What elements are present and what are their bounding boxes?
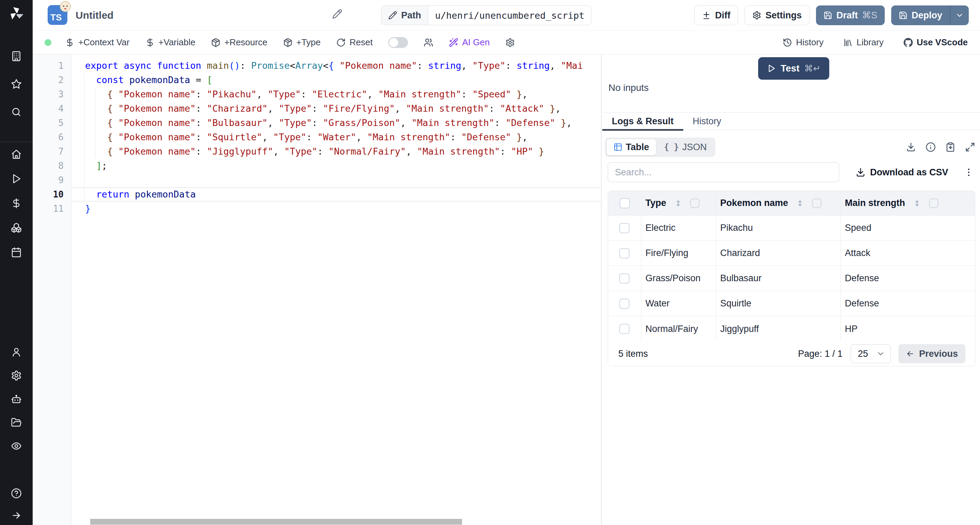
- page-size-select[interactable]: 25: [851, 344, 891, 363]
- column-header-pokemon-name[interactable]: Pokemon name: [716, 191, 840, 215]
- sort-icon[interactable]: [796, 199, 804, 207]
- sidebar-group-main: [0, 142, 33, 265]
- draft-label: Draft: [837, 10, 858, 21]
- previous-page-button[interactable]: Previous: [898, 344, 966, 363]
- add-resource-button[interactable]: +Resource: [211, 37, 267, 48]
- download-csv-button[interactable]: Download as CSV: [856, 167, 948, 178]
- copy-to-clipboard-icon[interactable]: [945, 142, 956, 152]
- row-checkbox[interactable]: [619, 324, 630, 334]
- code-line[interactable]: { "Pokemon name": "Squirtle", "Type": "W…: [85, 130, 601, 144]
- column-filter-chip[interactable]: [690, 198, 700, 208]
- code-line[interactable]: return pokemonData: [85, 187, 601, 201]
- library-button[interactable]: Library: [843, 37, 883, 48]
- horizontal-scrollbar[interactable]: [90, 519, 462, 525]
- sort-icon[interactable]: [913, 199, 921, 207]
- deploy-button[interactable]: Deploy: [891, 5, 950, 25]
- diff-label: Diff: [715, 10, 730, 21]
- draft-button[interactable]: Draft ⌘S: [816, 5, 885, 25]
- multiplayer-button[interactable]: [424, 38, 433, 47]
- toolbar-right: History Library Use VScode: [783, 37, 968, 48]
- json-view-button[interactable]: { } JSON: [657, 139, 714, 155]
- column-filter-chip[interactable]: [929, 198, 939, 208]
- cell-main-strength: Speed: [841, 223, 975, 233]
- tab-logs-result[interactable]: Logs & Result: [602, 113, 683, 130]
- code-line[interactable]: [85, 173, 601, 187]
- sidebar-item-play[interactable]: [0, 166, 33, 191]
- sidebar-item-bot[interactable]: [0, 387, 33, 411]
- table-row[interactable]: Normal/FairyJigglypuffHP: [608, 316, 975, 341]
- test-shortcut: ⌘↵: [804, 63, 821, 74]
- sidebar-item-folder[interactable]: [0, 411, 33, 434]
- row-checkbox[interactable]: [619, 248, 630, 259]
- sidebar-item-calendar[interactable]: [0, 240, 33, 265]
- editor-settings-button[interactable]: [505, 38, 515, 47]
- add-context-var-button[interactable]: +Context Var: [65, 37, 130, 48]
- sidebar-item-building[interactable]: [0, 42, 33, 70]
- edit-summary-pencil-icon[interactable]: [332, 9, 342, 19]
- row-checkbox[interactable]: [619, 223, 630, 233]
- chevron-down-icon: [876, 349, 885, 358]
- column-header-type[interactable]: Type: [641, 191, 716, 215]
- cell-type: Grass/Poison: [641, 266, 716, 291]
- sidebar-item-gear[interactable]: [0, 364, 33, 387]
- result-tabs: Logs & Result History: [602, 113, 980, 130]
- path-control[interactable]: Path u/henri/unencumbered_script: [381, 5, 592, 25]
- add-variable-button[interactable]: +Variable: [145, 37, 196, 48]
- reset-button[interactable]: Reset: [336, 37, 372, 48]
- history-button[interactable]: History: [783, 37, 824, 48]
- sidebar-item-help[interactable]: [0, 482, 33, 504]
- info-icon[interactable]: [926, 142, 936, 152]
- code-line[interactable]: { "Pokemon name": "Charizard", "Type": "…: [85, 101, 601, 116]
- use-vscode-button[interactable]: Use VScode: [904, 37, 968, 48]
- code-line[interactable]: { "Pokemon name": "Bulbasaur", "Type": "…: [85, 116, 601, 130]
- table-view-button[interactable]: Table: [607, 139, 656, 155]
- settings-button[interactable]: Settings: [745, 5, 810, 25]
- deploy-dropdown-button[interactable]: [950, 5, 969, 25]
- windmill-logo[interactable]: [8, 5, 24, 22]
- collab-toggle[interactable]: [388, 37, 408, 48]
- path-value: u/henri/unencumbered_script: [428, 6, 592, 25]
- code-editor[interactable]: 1234567891011 export async function main…: [33, 54, 601, 525]
- code-line[interactable]: ];: [85, 159, 601, 173]
- sidebar-item-user[interactable]: [0, 340, 33, 364]
- package-icon: [283, 38, 293, 47]
- diff-button[interactable]: Diff: [694, 5, 738, 25]
- boxes-icon: [11, 222, 22, 233]
- column-header-main-strength[interactable]: Main strength: [841, 198, 975, 208]
- cell-pokemon-name: Squirtle: [716, 291, 840, 316]
- table-row[interactable]: Grass/PoisonBulbasaurDefense: [608, 266, 975, 291]
- sidebar-item-home[interactable]: [0, 142, 33, 166]
- sort-icon[interactable]: [675, 199, 682, 207]
- table-row[interactable]: WaterSquirtleDefense: [608, 291, 975, 316]
- view-switcher: Table { } JSON: [605, 137, 715, 157]
- code-line[interactable]: export async function main(): Promise<Ar…: [85, 59, 601, 73]
- code-line[interactable]: }: [85, 201, 601, 216]
- expand-icon[interactable]: [965, 142, 975, 152]
- add-type-button[interactable]: +Type: [283, 37, 321, 48]
- download-csv-label: Download as CSV: [870, 167, 948, 178]
- sidebar-item-arrow-right[interactable]: [0, 504, 33, 525]
- sidebar-item-star[interactable]: [0, 70, 33, 98]
- column-filter-chip[interactable]: [812, 198, 821, 208]
- row-checkbox[interactable]: [619, 273, 630, 284]
- test-button[interactable]: Test ⌘↵: [758, 57, 829, 80]
- gutter: 1234567891011: [33, 54, 72, 525]
- tab-history[interactable]: History: [683, 113, 731, 130]
- code-line[interactable]: const pokemonData = [: [85, 73, 601, 87]
- sidebar-item-search[interactable]: [0, 98, 33, 126]
- download-icon[interactable]: [906, 142, 916, 152]
- kebab-menu-icon[interactable]: [964, 167, 974, 177]
- sidebar-item-dollar[interactable]: [0, 191, 33, 215]
- ai-gen-button[interactable]: AI Gen: [449, 37, 490, 48]
- row-checkbox[interactable]: [619, 298, 630, 309]
- toggle-knob: [389, 38, 398, 47]
- users-icon: [424, 38, 433, 47]
- table-row[interactable]: ElectricPikachuSpeed: [608, 215, 975, 241]
- sidebar-item-eye[interactable]: [0, 434, 33, 458]
- select-all-checkbox[interactable]: [620, 198, 630, 208]
- code-line[interactable]: { "Pokemon name": "Pikachu", "Type": "El…: [85, 87, 601, 101]
- sidebar-item-boxes[interactable]: [0, 215, 33, 240]
- search-input[interactable]: [608, 163, 839, 182]
- code-line[interactable]: { "Pokemon name": "Jigglypuff", "Type": …: [85, 144, 601, 159]
- table-row[interactable]: Fire/FlyingCharizardAttack: [608, 241, 975, 266]
